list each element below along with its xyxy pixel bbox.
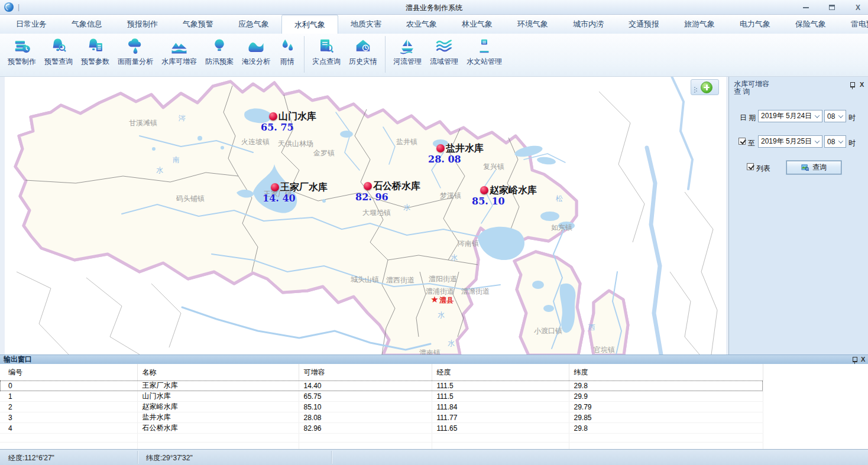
toolbar-button-淹没分析[interactable]: 淹没分析	[238, 35, 274, 67]
toolbar-button-水库可增容[interactable]: 水库可增容	[157, 35, 201, 67]
status-divider	[137, 451, 138, 464]
table-row[interactable]: 2赵家峪水库85.10111.8429.79	[0, 402, 763, 412]
date-to-select[interactable]: 2019年 5月25日	[758, 135, 822, 148]
menu-tab-16[interactable]: 雷电预警	[838, 15, 868, 34]
table-row-empty	[0, 434, 763, 443]
town-label: 大堰垱镇	[362, 208, 391, 218]
toolbar-button-预警参数[interactable]: 预警参数	[77, 35, 114, 67]
toolbar-button-label: 历史灾情	[349, 57, 377, 67]
reservoir-marker[interactable]	[364, 182, 372, 190]
river-label: 水	[403, 203, 410, 213]
list-checkbox[interactable]	[747, 163, 754, 170]
town-label: 盐井镇	[396, 137, 417, 147]
menu-tab-14[interactable]: 电力气象	[727, 15, 783, 34]
column-header[interactable]: 名称	[137, 364, 299, 381]
menu-tab-9[interactable]: 林业气象	[449, 15, 505, 34]
toolbar-button-雨情[interactable]: 雨情	[274, 35, 300, 67]
disaster-history-icon	[354, 37, 372, 55]
menu-tab-1[interactable]: 日常业务	[4, 15, 59, 34]
table-cell: 0	[0, 381, 137, 391]
pin-icon[interactable]	[851, 356, 858, 364]
town-label: 天供山林场	[278, 139, 313, 149]
reservoir-value: 14. 40	[263, 193, 296, 204]
column-header[interactable]: 纬度	[569, 364, 763, 381]
toolbar-button-label: 预警制作	[8, 57, 36, 67]
area-rain-icon	[127, 37, 144, 55]
menu-tab-4[interactable]: 气象预警	[170, 15, 226, 34]
reservoir-marker[interactable]	[436, 144, 445, 152]
toolbar-button-label: 淹没分析	[242, 57, 270, 67]
menu-tab-13[interactable]: 旅游气象	[672, 15, 727, 34]
panel-title: 水库可增容 查 询	[734, 80, 769, 96]
toolbar-button-label: 预警参数	[81, 57, 109, 67]
toolbar-button-流域管理[interactable]: 流域管理	[426, 35, 462, 67]
drag-grip-icon[interactable]	[694, 87, 695, 88]
close-icon[interactable]: X	[854, 4, 862, 12]
hour-to-select[interactable]: 08	[824, 135, 846, 148]
toolbar-button-水文站管理[interactable]: 水文站管理	[462, 35, 506, 67]
table-cell: 85.10	[299, 402, 432, 412]
table-row[interactable]: 3盐井水库28.08111.7729.85	[0, 412, 763, 423]
toolbar-button-防汛预案[interactable]: 防汛预案	[201, 35, 238, 67]
pin-icon[interactable]	[849, 82, 856, 89]
disaster-point-icon	[318, 37, 335, 55]
toolbar-button-预警查询[interactable]: 预警查询	[40, 35, 77, 67]
column-header[interactable]: 可增容	[299, 364, 432, 381]
column-header[interactable]: 编号	[0, 364, 137, 381]
menu-tab-10[interactable]: 环境气象	[505, 15, 561, 34]
date-from-select[interactable]: 2019年 5月24日	[758, 110, 822, 122]
maximize-icon[interactable]	[828, 4, 836, 12]
hour-from-suffix: 时	[848, 113, 856, 123]
toolbar-button-预警制作[interactable]: 预警制作	[4, 35, 40, 67]
table-header: 编号名称可增容经度纬度	[0, 364, 763, 381]
panel-close-icon[interactable]: X	[860, 81, 864, 88]
title-bar: | 澧县业务制作系统 X	[0, 0, 868, 15]
menu-tab-7[interactable]: 地质灾害	[338, 15, 394, 34]
query-button-icon	[801, 164, 809, 171]
town-label: 码头铺镇	[176, 194, 205, 204]
toolbar-button-河流管理[interactable]: 河流管理	[389, 35, 426, 67]
menu-tab-12[interactable]: 交通预报	[616, 15, 672, 34]
hour-from-select[interactable]: 08	[824, 110, 846, 122]
menu-tab-5[interactable]: 应急气象	[226, 15, 281, 34]
menu-tab-2[interactable]: 气象信息	[59, 15, 115, 34]
town-label: 官垸镇	[594, 345, 615, 355]
table-cell: 赵家峪水库	[137, 402, 299, 412]
reservoir-name: 石公桥水库	[373, 180, 420, 193]
warning-params-icon	[86, 37, 104, 55]
output-close-icon[interactable]: X	[861, 356, 865, 363]
river-label: 涔	[179, 113, 186, 123]
query-button[interactable]: 查询	[786, 161, 841, 174]
zoom-in-icon[interactable]	[701, 82, 712, 93]
table-cell: 29.79	[569, 402, 763, 412]
river-label: 西	[588, 323, 595, 333]
toolbar-button-面雨量分析[interactable]: 面雨量分析	[114, 35, 157, 67]
reservoir-marker[interactable]	[480, 186, 488, 194]
table-row[interactable]: 4石公桥水库82.96111.6529.8	[0, 423, 763, 434]
reservoir-name: 王家厂水库	[280, 181, 328, 194]
reservoir-value: 85. 10	[472, 196, 505, 207]
table-cell: 14.40	[299, 381, 432, 391]
menu-tab-15[interactable]: 保险气象	[783, 15, 838, 34]
column-header[interactable]: 经度	[432, 364, 569, 381]
toolbar-group-separator	[385, 36, 386, 73]
table-cell	[0, 434, 137, 443]
to-checkbox[interactable]	[739, 138, 746, 145]
menu-tab-6[interactable]: 水利气象	[281, 15, 338, 34]
reservoir-marker[interactable]	[271, 183, 279, 191]
town-label: 小渡口镇	[534, 326, 562, 336]
table-row[interactable]: 1山门水库65.75111.529.9	[0, 391, 763, 402]
map-canvas[interactable]: 甘溪滩镇火连坡镇天供山林场金罗镇盐井镇复兴镇梦溪镇码头铺镇王家厂镇大堰垱镇涔南镇…	[5, 77, 726, 355]
minimize-icon[interactable]	[802, 4, 810, 12]
table-cell: 82.96	[299, 423, 432, 434]
table-row[interactable]: 0王家厂水库14.40111.529.8	[0, 381, 763, 391]
toolbar-button-历史灾情[interactable]: 历史灾情	[345, 35, 381, 67]
menu-tab-8[interactable]: 农业气象	[394, 15, 449, 34]
menu-tab-3[interactable]: 预报制作	[115, 15, 170, 34]
reservoir-marker[interactable]	[269, 112, 277, 121]
town-label: 涔南镇	[458, 239, 479, 249]
table-cell: 29.8	[569, 423, 763, 434]
toolbar-button-灾点查询[interactable]: 灾点查询	[308, 35, 345, 67]
table-cell	[137, 434, 299, 443]
menu-tab-11[interactable]: 城市内涝	[561, 15, 616, 34]
